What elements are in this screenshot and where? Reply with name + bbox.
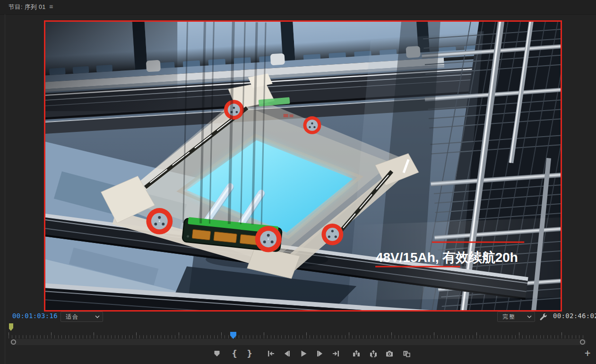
zoom-level-select[interactable]: 适合 [60,312,103,322]
sequence-marker[interactable] [9,323,13,331]
comparison-view-button[interactable] [402,349,411,358]
chevron-down-icon [95,315,100,318]
timeline-ruler[interactable] [9,332,586,338]
program-monitor-panel: 节目: 序列 01 ≡ [0,0,596,364]
wheel [146,208,173,234]
ruler-minor-ticks [9,335,586,338]
playback-resolution-select[interactable]: 完整 [497,312,535,322]
program-monitor-viewport[interactable]: 48V/15Ah, 有效续航20h [44,20,562,312]
zoom-scrollbar-right-handle[interactable] [580,339,585,345]
video-scene: 48V/15Ah, 有效续航20h [45,22,561,310]
mark-out-button[interactable]: } [245,349,254,358]
wheel [224,100,244,120]
go-to-out-point-button[interactable] [332,349,340,358]
annotation-line-bottom [375,266,460,267]
zoom-scrollbar[interactable] [10,339,587,345]
go-to-in-point-button[interactable] [267,349,275,358]
zoom-level-value: 适合 [61,313,88,320]
add-marker-button[interactable] [213,349,221,358]
current-timecode[interactable]: 00:01:03:16 [12,312,58,320]
chevron-down-icon [527,315,532,318]
step-back-button[interactable] [283,349,291,358]
lift-button[interactable] [352,349,361,358]
annotation-line-top [432,242,524,243]
corner-shadow [45,22,177,111]
wheel [303,116,321,134]
mark-in-button[interactable]: { [230,349,239,358]
annotation-overlay: 48V/15Ah, 有效续航20h [354,217,561,300]
add-button[interactable]: + [584,349,593,357]
wheel [255,226,282,252]
step-forward-button[interactable] [316,349,324,358]
settings-wrench-icon[interactable] [539,312,547,321]
play-button[interactable] [299,349,308,358]
panel-menu-icon[interactable]: ≡ [49,0,53,14]
annotation-text: 48V/15Ah, 有效续航20h [376,251,518,265]
extract-button[interactable] [369,349,378,358]
panel-header: 节目: 序列 01 ≡ [0,0,596,15]
wheel [321,224,343,245]
playback-resolution-value: 完整 [498,313,525,320]
duration-timecode[interactable]: 00:02:46:02 [553,312,596,320]
panel-edge-divider [5,14,5,364]
zoom-scrollbar-left-handle[interactable] [11,339,16,345]
panel-title: 节目: 序列 01 [9,0,46,14]
export-frame-button[interactable] [385,349,394,358]
